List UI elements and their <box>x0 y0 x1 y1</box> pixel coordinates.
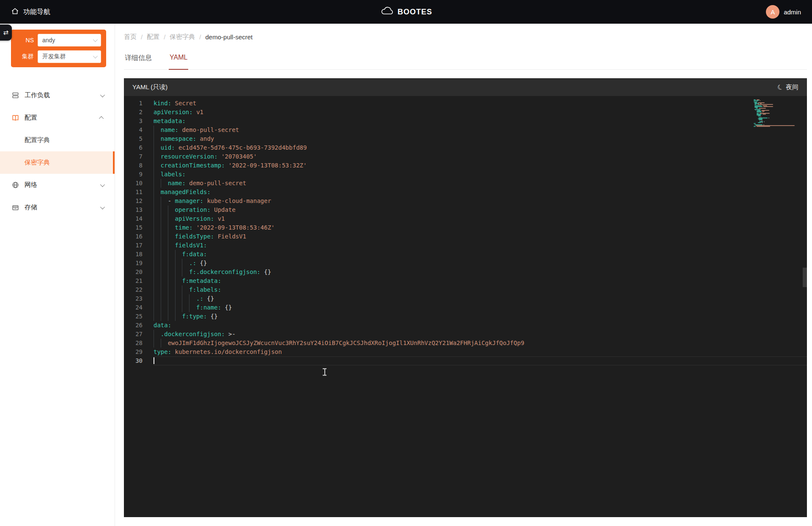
code-line[interactable]: f:type: {} <box>154 312 807 321</box>
moon-icon: ☾ <box>776 82 785 92</box>
code-token: managedFields: <box>161 189 211 195</box>
indent-guide <box>154 170 161 179</box>
sidebar-item-network[interactable]: 网络 <box>0 174 115 196</box>
indent-guide <box>154 330 161 339</box>
code-line[interactable]: managedFields: <box>154 188 807 197</box>
indent-guide <box>168 285 175 294</box>
code-token: {} <box>196 260 207 266</box>
code-line[interactable]: .: {} <box>154 259 807 268</box>
line-number: 9 <box>124 170 154 179</box>
sidebar-item-storage[interactable]: 存储 <box>0 196 115 219</box>
line-number: 6 <box>124 143 154 152</box>
code-line[interactable]: metadata: <box>154 117 807 126</box>
code-line[interactable]: time: '2022-09-13T08:53:46Z' <box>154 223 807 232</box>
code-line[interactable]: fieldsV1: <box>154 241 807 250</box>
line-number: 12 <box>124 197 154 205</box>
code-line[interactable]: type: kubernetes.io/dockerconfigjson <box>154 348 807 356</box>
code-line[interactable]: fieldsType: FieldsV1 <box>154 232 807 241</box>
indent-guide <box>154 259 161 268</box>
code-line[interactable]: uid: ec1d457e-5d76-475c-b693-7392d4bbfd8… <box>154 143 807 152</box>
code-line[interactable] <box>154 356 807 365</box>
indent-guide <box>168 259 175 268</box>
chevron-down-icon <box>93 37 98 42</box>
code-editor[interactable]: 1234567891011121314151617181920212223242… <box>124 96 807 517</box>
line-number: 16 <box>124 232 154 241</box>
breadcrumb-config[interactable]: 配置 <box>147 33 159 41</box>
line-number: 3 <box>124 117 154 126</box>
tab-details[interactable]: 详细信息 <box>124 51 153 70</box>
code-token: kube-cloud-manager <box>203 197 271 204</box>
code-line[interactable]: kind: Secret <box>154 99 807 108</box>
indent-guide <box>168 250 175 259</box>
indent-guide <box>175 250 182 259</box>
code-line[interactable]: apiVersion: v1 <box>154 108 807 117</box>
indent-guide <box>175 303 182 312</box>
code-line[interactable]: creationTimestamp: '2022-09-13T08:53:32Z… <box>154 161 807 170</box>
indent-guide <box>154 134 161 143</box>
code-line[interactable]: f:metadata: <box>154 277 807 285</box>
code-line[interactable]: resourceVersion: '20703405' <box>154 152 807 161</box>
cluster-filter-row: 集群 开发集群 <box>16 50 101 63</box>
nav-home-label: 功能导航 <box>23 8 50 16</box>
indent-guide <box>154 188 161 197</box>
code-token: type: <box>154 348 171 355</box>
code-token: {} <box>203 295 214 302</box>
indent-guide <box>161 303 168 312</box>
code-token: time: <box>175 224 193 231</box>
sidebar-collapse-button[interactable]: ⇄ <box>0 25 12 41</box>
code-line[interactable]: f:name: {} <box>154 303 807 312</box>
tab-yaml[interactable]: YAML <box>169 51 188 70</box>
user-menu[interactable]: A admin <box>766 5 801 19</box>
editor-scrollbar-thumb[interactable] <box>803 268 807 287</box>
code-token: kubernetes.io/dockerconfigjson <box>171 348 282 355</box>
code-line[interactable]: .dockerconfigjson: >- <box>154 330 807 339</box>
code-token: kind: <box>154 100 171 107</box>
code-line[interactable]: - manager: kube-cloud-manager <box>154 197 807 205</box>
namespace-select[interactable]: andy <box>38 34 101 47</box>
night-mode-toggle[interactable]: ☾ 夜间 <box>777 83 798 91</box>
breadcrumb-secret-dict[interactable]: 保密字典 <box>170 33 195 41</box>
indent-guide <box>154 223 161 232</box>
code-line[interactable]: ewoJImF1dGhzIjogewoJCSJyZWcucnVuc3RhY2su… <box>154 339 807 348</box>
code-token: - <box>168 197 175 204</box>
sidebar-item-workloads[interactable]: 工作负载 <box>0 84 115 107</box>
editor-title: YAML (只读) <box>132 83 167 91</box>
code-line[interactable]: data: <box>154 321 807 330</box>
indent-guide <box>182 303 189 312</box>
line-number: 24 <box>124 303 154 312</box>
indent-guide <box>161 268 168 277</box>
code-line[interactable]: name: demo-pull-secret <box>154 179 807 188</box>
storage-icon <box>11 203 19 212</box>
code-line[interactable]: operation: Update <box>154 205 807 214</box>
code-token: ewoJImF1dGhzIjogewoJCSJyZWcucnVuc3RhY2su… <box>168 340 524 346</box>
globe-icon <box>11 181 19 189</box>
minimap[interactable] <box>754 99 800 128</box>
sidebar-subitem-secret[interactable]: 保密字典 <box>0 151 115 174</box>
sidebar-subitem-configmap[interactable]: 配置字典 <box>0 129 115 151</box>
code-token: labels: <box>161 171 186 178</box>
code-line[interactable]: f:labels: <box>154 285 807 294</box>
code-token: f:data: <box>182 251 207 258</box>
code-line[interactable]: labels: <box>154 170 807 179</box>
indent-guide <box>154 277 161 285</box>
sidebar-item-config[interactable]: 配置 <box>0 107 115 129</box>
code-line[interactable]: namespace: andy <box>154 134 807 143</box>
mouse-ibeam-cursor <box>322 368 327 376</box>
indent-guide <box>161 250 168 259</box>
cluster-select[interactable]: 开发集群 <box>38 50 101 63</box>
code-line[interactable]: f:data: <box>154 250 807 259</box>
indent-guide <box>175 312 182 321</box>
code-line[interactable]: name: demo-pull-secret <box>154 126 807 134</box>
code-line[interactable]: .: {} <box>154 294 807 303</box>
line-number: 1 <box>124 99 154 108</box>
line-number: 25 <box>124 312 154 321</box>
code-line[interactable]: f:.dockerconfigjson: {} <box>154 268 807 277</box>
indent-guide <box>161 214 168 223</box>
line-number: 5 <box>124 134 154 143</box>
nav-home-button[interactable]: 功能导航 <box>11 7 50 17</box>
code-lines[interactable]: kind: SecretapiVersion: v1metadata:name:… <box>154 99 807 365</box>
breadcrumb-home[interactable]: 首页 <box>124 33 137 41</box>
code-line[interactable]: apiVersion: v1 <box>154 214 807 223</box>
indent-guide <box>161 259 168 268</box>
indent-guide <box>175 277 182 285</box>
